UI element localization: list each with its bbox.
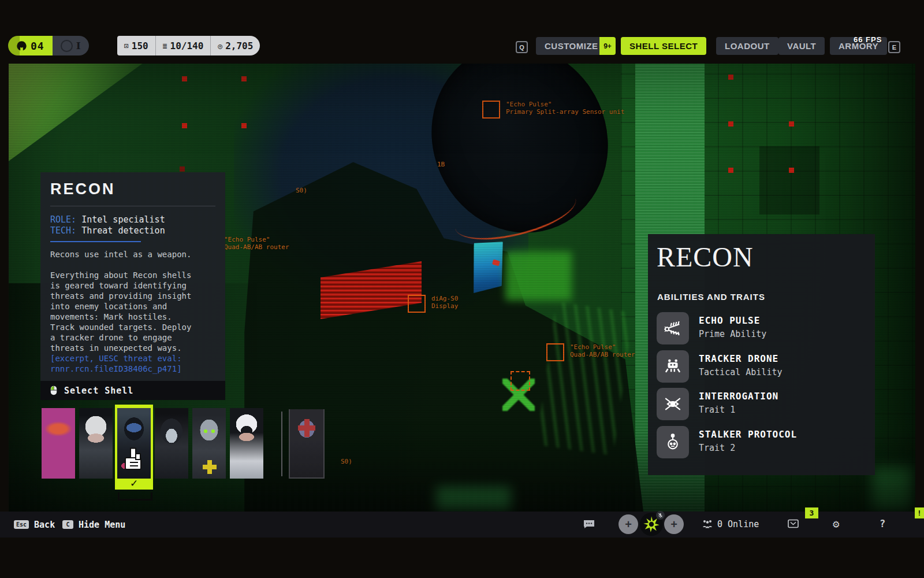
mail-icon[interactable] [788, 519, 799, 528]
tech-label: TECH: [50, 225, 76, 236]
hud-stats: ⊡ 150 ≣ 10/140 ◎ 2,705 [117, 36, 260, 55]
party-slot-add-button[interactable]: + [664, 514, 684, 534]
hud-shell-pill: 04 I [8, 36, 89, 55]
shell-thumbnail-7[interactable] [289, 409, 325, 479]
mouse-left-click-icon [50, 386, 57, 395]
prev-tab-keycap: Q [516, 41, 528, 53]
ability-tile [657, 388, 689, 420]
ability-type: Trait 2 [699, 443, 735, 453]
plus-icon: + [625, 518, 632, 531]
hide-menu-button[interactable]: C Hide Menu [62, 512, 125, 538]
tech-value: Threat detection [81, 225, 165, 236]
stat-value: 2,705 [225, 40, 253, 51]
tier-lines-icon: ≣ [163, 42, 167, 50]
footer-bar: Esc Back C Hide Menu + + 0 Online [0, 512, 924, 538]
party-slot-add-button[interactable]: + [619, 514, 638, 534]
ability-row-interrogation: INTERROGATION Trait 1 [657, 388, 865, 420]
shell-thumbnail-2[interactable] [79, 408, 113, 479]
tab-vault[interactable]: VAULT [778, 37, 825, 55]
shell-name-title: RECON [50, 180, 215, 198]
mic-muted-badge [656, 511, 665, 520]
hand-cursor-icon [123, 447, 144, 474]
esc-keycap: Esc [14, 520, 29, 529]
mode-value: I [76, 40, 81, 51]
shell-thumbnail-3-selected[interactable]: ✓ [115, 405, 153, 490]
stalker-protocol-icon [663, 432, 683, 452]
echo-pulse-icon [663, 318, 683, 338]
stat-tier: ≣ 10/140 [156, 36, 211, 55]
back-label: Back [34, 520, 55, 530]
red-cross-detail [304, 419, 310, 437]
customize-badge: 9+ [599, 37, 616, 55]
ability-row-echo-pulse: ECHO PULSE Prime Ability [657, 312, 865, 344]
stat-credits: ◎ 2,705 [211, 36, 260, 55]
mode-badge: I [53, 36, 89, 55]
abilities-panel: RECON ABILITIES AND TRAITS ECHO PULSE Pr… [648, 234, 875, 475]
hide-menu-label: Hide Menu [79, 520, 125, 530]
chat-icon[interactable] [583, 520, 595, 529]
player-avatar[interactable] [640, 513, 663, 536]
plus-icon: + [670, 518, 677, 531]
blue-rule [50, 241, 141, 242]
ability-name: STALKER PROTOCOL [699, 429, 797, 440]
role-value: Intel specialist [81, 214, 165, 225]
ability-tile [657, 312, 689, 344]
tab-loadout[interactable]: LOADOUT [716, 37, 778, 55]
shell-description: Everything about Recon shells is geared … [50, 270, 215, 353]
select-shell-button[interactable]: Select Shell [40, 381, 225, 400]
scene-annotation: "Echo Pulse"Quad-AB/AB router [224, 236, 289, 251]
divider [50, 206, 215, 206]
ability-name: TRACKER DRONE [699, 353, 778, 364]
fps-counter: 66 FPS [854, 35, 882, 44]
shell-select-screen: "Echo Pulse"Primary Split-array Sensor u… [0, 0, 924, 578]
interrogation-icon [663, 394, 683, 414]
empty-circle-icon [61, 40, 73, 52]
stat-value: 10/140 [170, 40, 204, 51]
tracker-drone-icon [663, 357, 683, 376]
tab-customize[interactable]: CUSTOMIZE [536, 37, 607, 55]
shell-excerpt-link: [excerpt, UESC threat eval: rnnr.rcn.fil… [50, 353, 215, 374]
settings-gear-icon[interactable]: ⚙ [833, 517, 839, 530]
mail-count-badge: 3 [805, 507, 818, 518]
back-button[interactable]: Esc Back [14, 512, 55, 538]
stat-tokens: ⊡ 150 [117, 36, 156, 55]
ability-tile [657, 350, 689, 383]
shell-info-panel: RECON ROLE: Intel specialist TECH: Threa… [40, 172, 225, 400]
shell-thumbnail-5[interactable] [192, 408, 226, 479]
ability-row-tracker-drone: TRACKER DRONE Tactical Ability [657, 350, 865, 383]
yellow-cross-detail [207, 460, 212, 474]
locked-shell-portrait [290, 409, 323, 477]
selected-bracket [118, 492, 152, 501]
credits-coin-icon: ◎ [218, 42, 222, 50]
ability-name: ECHO PULSE [699, 315, 760, 326]
shell-count-badge: 04 [8, 36, 53, 55]
alert-badge: ! [915, 507, 924, 518]
square-token-icon: ⊡ [124, 42, 129, 50]
select-shell-label: Select Shell [64, 386, 133, 396]
ability-type: Trait 1 [699, 405, 735, 415]
ability-name: INTERROGATION [699, 391, 778, 402]
shell-thumbnail-1[interactable] [42, 408, 75, 479]
abilities-heading: ABILITIES AND TRAITS [657, 292, 765, 302]
online-count[interactable]: 0 Online [717, 519, 759, 529]
shell-count: 04 [31, 40, 44, 52]
stat-value: 150 [132, 40, 148, 51]
thumbnail-divider [281, 412, 282, 476]
ability-type: Prime Ability [699, 329, 766, 339]
tab-shell-select[interactable]: SHELL SELECT [621, 37, 706, 55]
next-tab-keycap: E [888, 41, 900, 53]
role-label: ROLE: [50, 214, 76, 225]
shell-summary: Recons use intel as a weapon. [50, 249, 215, 260]
ability-tile [657, 426, 689, 458]
selected-check-icon: ✓ [115, 477, 153, 489]
c-keycap: C [62, 520, 73, 529]
shell-thumbnail-4[interactable] [155, 408, 188, 479]
shell-thumbnail-6[interactable] [230, 408, 263, 479]
ability-row-stalker-protocol: STALKER PROTOCOL Trait 2 [657, 426, 865, 458]
help-button[interactable]: ? [880, 518, 885, 529]
online-people-icon [702, 519, 713, 529]
shell-helmet-icon [16, 40, 27, 51]
abilities-shell-title: RECON [657, 242, 754, 272]
ability-type: Tactical Ability [699, 367, 783, 377]
